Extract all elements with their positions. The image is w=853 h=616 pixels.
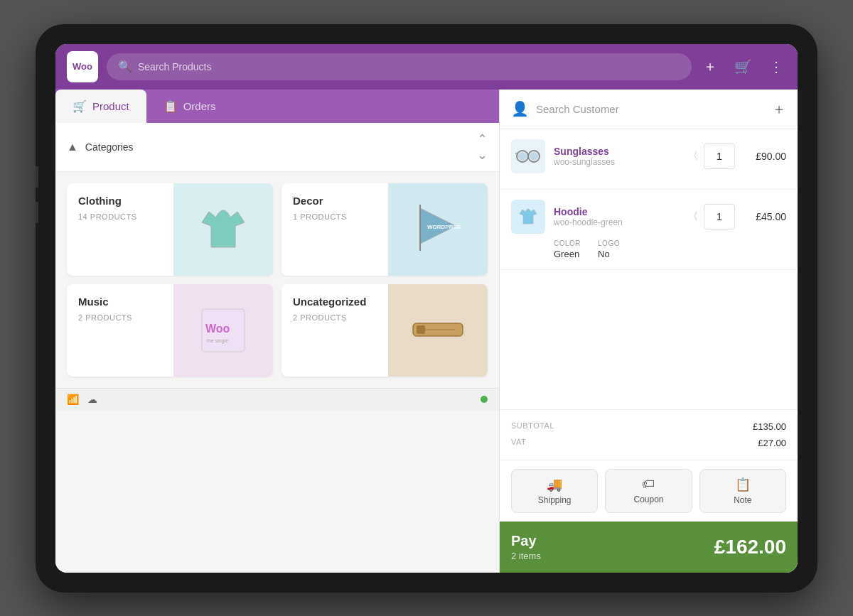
product-details-sunglasses: Sunglasses woo-sunglasses	[554, 146, 680, 167]
side-notch	[36, 166, 38, 188]
qty-controls-sunglasses: 〈 1	[688, 144, 735, 169]
category-name-music: Music	[78, 296, 162, 308]
qty-chevron-sunglasses[interactable]: 〈	[688, 150, 698, 163]
pay-left: Pay 2 items	[511, 533, 541, 561]
product-search-bar[interactable]: 🔍 Search Products	[107, 53, 692, 80]
content-area: 🛒 Product 📋 Orders ▲ Categories ⌃⌄	[55, 90, 798, 573]
status-dot	[481, 396, 488, 403]
categories-label: Categories	[85, 141, 134, 153]
product-details-hoodie: Hoodie woo-hoodie-green	[554, 206, 680, 227]
svg-text:the single: the single	[207, 338, 228, 344]
customer-search-text[interactable]: Search Customer	[536, 103, 765, 115]
status-bar: 📶 ☁	[55, 388, 499, 411]
category-image-uncategorized	[388, 284, 488, 377]
product-thumb-sunglasses	[511, 139, 545, 173]
category-card-music[interactable]: Music 2 PRODUCTS Woo the single	[67, 284, 273, 377]
category-info-uncategorized: Uncategorized 2 PRODUCTS	[281, 284, 388, 377]
item-price-sunglasses: £90.00	[744, 151, 786, 162]
item-price-hoodie: £45.00	[744, 211, 786, 222]
note-label: Note	[734, 495, 751, 505]
customer-icon: 👤	[511, 100, 529, 117]
cloud-icon: ☁	[87, 394, 97, 405]
right-panel: 👤 Search Customer ＋	[499, 90, 798, 573]
wifi-icon: 📶	[67, 394, 79, 405]
customer-add-button[interactable]: ＋	[772, 99, 786, 119]
woo-logo: Woo	[67, 51, 98, 82]
pay-button[interactable]: Pay 2 items £162.00	[500, 522, 798, 573]
tab-orders[interactable]: 📋 Orders	[146, 90, 233, 123]
variant-logo: LOGO No	[598, 239, 620, 259]
search-placeholder: Search Products	[138, 61, 212, 72]
action-buttons: 🚚 Shipping 🏷 Coupon 📋 Note	[500, 460, 798, 522]
svg-point-13	[518, 152, 527, 161]
categories-sort-icon[interactable]: ⌃⌄	[477, 131, 488, 163]
woo-logo-text: Woo	[73, 62, 92, 71]
variant-color-label: COLOR	[554, 239, 581, 247]
qty-chevron-hoodie[interactable]: 〈	[688, 210, 698, 223]
pay-items: 2 items	[511, 551, 541, 561]
vat-label: VAT	[511, 438, 526, 448]
category-image-clothing	[173, 183, 273, 276]
variant-color: COLOR Green	[554, 239, 581, 259]
category-card-uncategorized[interactable]: Uncategorized 2 PRODUCTS	[281, 284, 488, 377]
subtotal-label: SUBTOTAL	[511, 421, 554, 432]
qty-box-sunglasses[interactable]: 1	[704, 144, 735, 169]
shipping-button[interactable]: 🚚 Shipping	[511, 469, 598, 513]
product-variants-hoodie: COLOR Green LOGO No	[511, 239, 786, 259]
coupon-icon: 🏷	[642, 477, 655, 492]
orders-tab-label: Orders	[183, 100, 216, 112]
status-left: 📶 ☁	[67, 394, 97, 405]
coupon-label: Coupon	[633, 495, 663, 504]
category-info-clothing: Clothing 14 PRODUCTS	[67, 183, 173, 276]
category-count-uncategorized: 2 PRODUCTS	[293, 313, 377, 322]
svg-text:WORDPRSS: WORDPRSS	[427, 224, 461, 230]
note-button[interactable]: 📋 Note	[699, 469, 786, 513]
svg-text:Woo: Woo	[205, 323, 230, 335]
orders-tab-icon: 📋	[163, 99, 178, 113]
order-item-hoodie: Hoodie woo-hoodie-green 〈 1 £45.00 C	[500, 190, 798, 270]
variant-logo-value: No	[598, 249, 620, 259]
pay-label: Pay	[511, 533, 541, 549]
category-name-decor: Decor	[293, 195, 377, 207]
svg-rect-7	[417, 325, 425, 334]
customer-bar: 👤 Search Customer ＋	[500, 90, 798, 129]
categories-bar: ▲ Categories ⌃⌄	[55, 123, 499, 172]
tablet-screen: Woo 🔍 Search Products ＋ 🛒 ⋮ 🛒 Product	[55, 44, 798, 573]
categories-left: ▲ Categories	[67, 141, 134, 153]
shipping-label: Shipping	[538, 495, 572, 505]
add-button[interactable]: ＋	[700, 54, 720, 79]
product-sku-hoodie: woo-hoodie-green	[554, 217, 680, 227]
more-button[interactable]: ⋮	[766, 55, 786, 78]
pay-amount: £162.00	[714, 536, 786, 558]
category-count-music: 2 PRODUCTS	[78, 313, 162, 322]
tablet-frame: Woo 🔍 Search Products ＋ 🛒 ⋮ 🛒 Product	[36, 24, 817, 593]
product-sku-sunglasses: woo-sunglasses	[554, 157, 680, 167]
side-notch-2	[36, 202, 38, 223]
tabs: 🛒 Product 📋 Orders	[55, 90, 499, 123]
category-image-decor: WORDPRSS	[388, 183, 488, 276]
basket-button[interactable]: 🛒	[731, 55, 755, 78]
product-name-hoodie: Hoodie	[554, 206, 680, 217]
top-bar-actions: ＋ 🛒 ⋮	[700, 54, 786, 79]
category-info-music: Music 2 PRODUCTS	[67, 284, 173, 377]
order-item-sunglasses: Sunglasses woo-sunglasses 〈 1 £90.00	[500, 129, 798, 190]
category-card-clothing[interactable]: Clothing 14 PRODUCTS	[67, 183, 273, 276]
product-grid: Clothing 14 PRODUCTS Decor	[55, 172, 499, 388]
vat-row: VAT £27.00	[511, 435, 786, 451]
product-tab-icon: 🛒	[73, 99, 87, 113]
note-icon: 📋	[735, 477, 751, 492]
order-items: Sunglasses woo-sunglasses 〈 1 £90.00	[500, 129, 798, 409]
qty-controls-hoodie: 〈 1	[688, 204, 735, 229]
categories-icon: ▲	[67, 141, 78, 153]
product-name-sunglasses: Sunglasses	[554, 146, 680, 157]
variant-color-value: Green	[554, 249, 581, 259]
category-card-decor[interactable]: Decor 1 PRODUCTS WORDPRSS	[281, 183, 488, 276]
qty-box-hoodie[interactable]: 1	[704, 204, 735, 229]
tab-product[interactable]: 🛒 Product	[55, 90, 146, 123]
category-name-uncategorized: Uncategorized	[293, 296, 377, 308]
category-count-clothing: 14 PRODUCTS	[78, 212, 162, 221]
coupon-button[interactable]: 🏷 Coupon	[605, 469, 692, 513]
category-name-clothing: Clothing	[78, 195, 162, 207]
left-panel: 🛒 Product 📋 Orders ▲ Categories ⌃⌄	[55, 90, 499, 573]
shipping-icon: 🚚	[547, 477, 562, 492]
